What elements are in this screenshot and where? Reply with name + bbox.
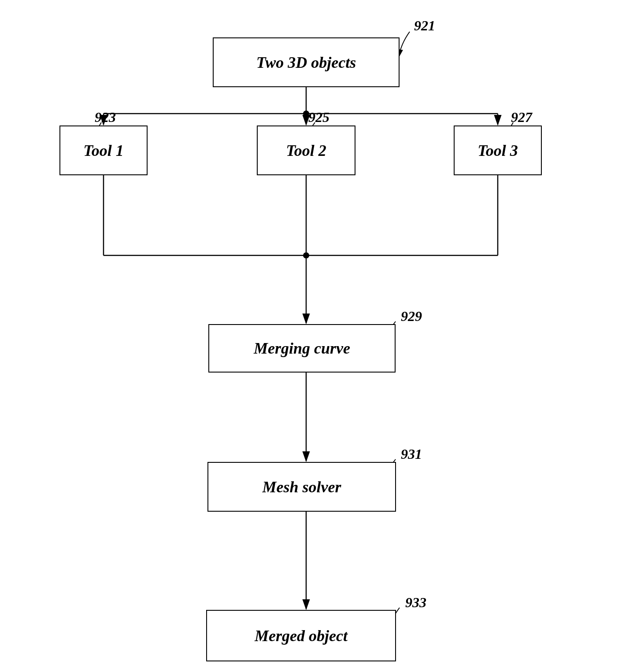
mesh-box: Mesh solver <box>207 462 396 512</box>
label-933: 933 <box>405 594 426 611</box>
tool2-label: Tool 2 <box>286 141 326 160</box>
diagram-container: Two 3D objects Tool 1 Tool 2 Tool 3 Merg… <box>0 0 644 668</box>
tool2-box: Tool 2 <box>257 125 355 175</box>
label-931: 931 <box>401 446 422 462</box>
merging-box: Merging curve <box>208 324 396 373</box>
label-927: 927 <box>511 109 532 125</box>
svg-point-12 <box>303 252 309 258</box>
tool1-label: Tool 1 <box>83 141 124 160</box>
merged-label: Merged object <box>255 627 348 645</box>
tool3-box: Tool 3 <box>454 125 542 175</box>
label-921: 921 <box>414 18 435 34</box>
merging-label: Merging curve <box>254 339 350 358</box>
mesh-label: Mesh solver <box>263 478 341 496</box>
two3d-label: Two 3D objects <box>256 53 356 72</box>
merged-box: Merged object <box>206 610 396 661</box>
label-929: 929 <box>401 308 422 325</box>
tool1-box: Tool 1 <box>59 125 148 175</box>
label-925: 925 <box>308 109 329 125</box>
two3d-box: Two 3D objects <box>213 37 400 87</box>
tool3-label: Tool 3 <box>477 141 518 160</box>
label-923: 923 <box>95 109 116 125</box>
